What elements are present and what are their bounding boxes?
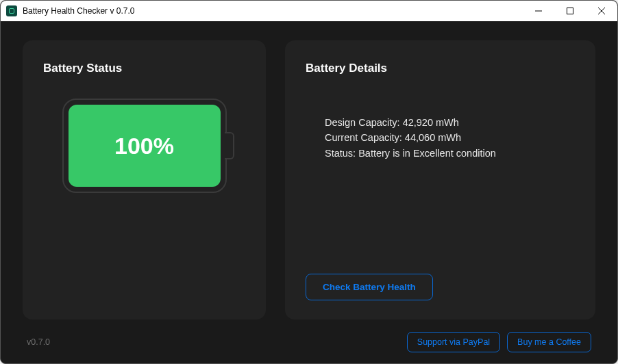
battery-status-card: Battery Status 100% (23, 40, 266, 320)
cards-row: Battery Status 100% Battery Details Desi… (23, 40, 595, 320)
window-controls (523, 1, 617, 21)
status-card-title: Battery Status (43, 62, 245, 75)
status-line: Status: Battery is in Excellent conditio… (325, 146, 575, 161)
minimize-icon (535, 8, 542, 14)
battery-details-card: Battery Details Design Capacity: 42,920 … (285, 40, 595, 320)
battery-graphic: 100% (43, 99, 245, 193)
titlebar: Battery Health Checker v 0.7.0 (1, 1, 617, 21)
app-window: Battery Health Checker v 0.7.0 Battery S… (0, 0, 618, 364)
support-paypal-button[interactable]: Support via PayPal (407, 332, 500, 352)
check-battery-health-button[interactable]: Check Battery Health (306, 274, 433, 300)
close-button[interactable] (586, 1, 617, 21)
details-card-title: Battery Details (306, 62, 575, 75)
design-capacity-line: Design Capacity: 42,920 mWh (325, 115, 575, 130)
footer: v0.7.0 Support via PayPal Buy me a Coffe… (23, 320, 595, 352)
version-label: v0.7.0 (27, 337, 50, 347)
buy-coffee-button[interactable]: Buy me a Coffee (507, 332, 591, 352)
app-icon (6, 5, 17, 16)
details-list: Design Capacity: 42,920 mWh Current Capa… (325, 115, 575, 274)
current-capacity-line: Current Capacity: 44,060 mWh (325, 130, 575, 145)
battery-icon: 100% (62, 99, 227, 193)
window-title: Battery Health Checker v 0.7.0 (23, 6, 523, 16)
battery-percent: 100% (114, 133, 174, 159)
battery-fill: 100% (69, 105, 221, 187)
maximize-button[interactable] (554, 1, 586, 21)
battery-tip-icon (225, 132, 234, 159)
minimize-button[interactable] (523, 1, 554, 21)
maximize-icon (567, 8, 573, 14)
content-area: Battery Status 100% Battery Details Desi… (1, 21, 617, 363)
svg-rect-1 (567, 8, 573, 14)
close-icon (598, 8, 605, 14)
